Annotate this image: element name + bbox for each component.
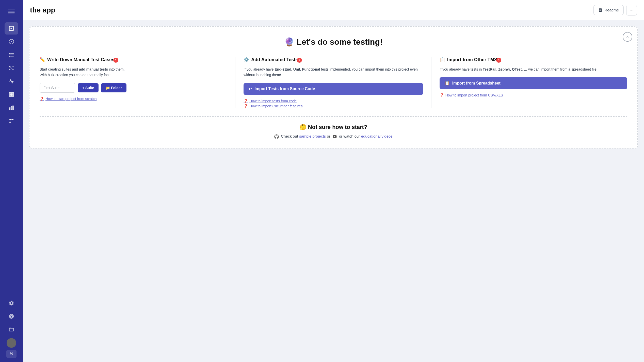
import-spreadsheet-icon: 📋 [445, 81, 450, 86]
col3-help-links: ❓ How to import project from CSV/XLS [440, 93, 627, 97]
svg-rect-11 [9, 108, 10, 110]
help-icon-1: ❓ [40, 97, 44, 101]
sidebar-item-tasks[interactable] [5, 22, 18, 35]
col1-badge: 1 [113, 58, 118, 63]
svg-line-8 [10, 66, 13, 70]
help-icon-2b: ❓ [244, 104, 248, 108]
hamburger-icon[interactable] [5, 4, 18, 19]
sample-projects-link[interactable]: sample projects [299, 134, 326, 138]
welcome-title-text: Let's do some testing! [297, 37, 382, 46]
col2-icon: ⚙️ [244, 57, 249, 62]
educational-videos-link[interactable]: educational videos [361, 134, 393, 138]
col2-help-links: ❓ How to import tests from code ❓ How to… [244, 99, 423, 108]
col1-icon: ✏️ [40, 57, 45, 62]
avatar[interactable] [7, 338, 16, 348]
help-icon-2a: ❓ [244, 99, 248, 103]
suite-name-input[interactable] [40, 83, 75, 93]
header-actions: Readme ··· [593, 5, 637, 15]
main-content: the app Readme ··· × 🔮 Let's do some tes… [23, 0, 644, 362]
help-link-tests-from-code[interactable]: ❓ How to import tests from code [244, 99, 423, 103]
youtube-icon [332, 134, 337, 139]
sidebar-item-analytics[interactable] [5, 75, 18, 87]
col3-icon: 📋 [440, 57, 445, 62]
col1-help-links: ❓ How to start project from scratch [40, 97, 227, 101]
col3-desc: If you already have tests in TestRail, Z… [440, 67, 627, 72]
sidebar-item-settings[interactable] [5, 297, 18, 309]
sidebar-item-run[interactable] [5, 36, 18, 48]
help-link-scratch[interactable]: ❓ How to start project from scratch [40, 97, 227, 101]
thinking-emoji: 🤔 [300, 124, 307, 130]
col2-title: ⚙️ Add Automated Tests 2 [244, 57, 423, 62]
add-folder-button[interactable]: 📁 Folder [101, 83, 126, 92]
readme-button[interactable]: Readme [593, 5, 624, 15]
sidebar-item-files[interactable] [5, 323, 18, 336]
sidebar-item-testcases[interactable] [5, 49, 18, 61]
more-options-button[interactable]: ··· [626, 5, 637, 15]
welcome-title: 🔮 Let's do some testing! [40, 37, 627, 47]
help-link-csv-xls[interactable]: ❓ How to import project from CSV/XLS [440, 93, 627, 97]
help-link-cucumber[interactable]: ❓ How to import Cucumber features [244, 104, 423, 108]
import-from-spreadsheet-button[interactable]: 📋 Import from Spreadsheet [440, 77, 627, 89]
close-button[interactable]: × [623, 32, 632, 42]
sidebar-item-import[interactable] [5, 88, 18, 101]
welcome-card: × 🔮 Let's do some testing! ✏️ Write Down… [29, 26, 638, 149]
welcome-emoji: 🔮 [284, 37, 294, 46]
sidebar: ⌘ [0, 0, 23, 362]
col1-desc: Start creating suites and add manual tes… [40, 67, 227, 78]
bottom-title: 🤔 Not sure how to start? [40, 124, 627, 130]
sidebar-item-help[interactable] [5, 310, 18, 322]
svg-rect-12 [11, 106, 12, 110]
svg-marker-4 [11, 41, 12, 42]
add-suite-button[interactable]: + Suite [78, 83, 99, 92]
sidebar-item-branch[interactable] [5, 115, 18, 127]
col-manual-tests: ✏️ Write Down Manual Test Cases 1 Start … [40, 57, 235, 108]
import-source-icon: ↩ [249, 87, 252, 91]
col1-input-row: + Suite 📁 Folder [40, 83, 227, 93]
keyboard-shortcut[interactable]: ⌘ [6, 350, 17, 358]
svg-rect-1 [8, 11, 15, 11]
col2-desc: If you already have End-2End, Unit, Func… [244, 67, 423, 78]
col-automated-tests: ⚙️ Add Automated Tests 2 If you already … [235, 57, 431, 108]
help-icon-3: ❓ [440, 93, 444, 97]
svg-rect-2 [8, 13, 15, 13]
page-title: the app [30, 6, 593, 14]
col2-badge: 2 [297, 58, 302, 63]
svg-rect-13 [13, 106, 14, 110]
content-area: × 🔮 Let's do some testing! ✏️ Write Down… [23, 20, 644, 362]
bottom-section: 🤔 Not sure how to start? Check out sampl… [40, 124, 627, 139]
section-divider [40, 116, 627, 117]
header: the app Readme ··· [23, 0, 644, 20]
svg-rect-0 [8, 9, 15, 9]
github-icon [274, 134, 279, 139]
import-from-source-button[interactable]: ↩ Import Tests from Source Code [244, 83, 423, 95]
readme-icon [598, 8, 602, 12]
col-import-tms: 📋 Import from Other TMS 3 If you already… [431, 57, 627, 108]
sidebar-item-steps[interactable] [5, 62, 18, 74]
col3-title: 📋 Import from Other TMS 3 [440, 57, 627, 62]
sidebar-item-charts[interactable] [5, 102, 18, 114]
col1-title: ✏️ Write Down Manual Test Cases 1 [40, 57, 227, 62]
col3-badge: 3 [496, 58, 501, 63]
bottom-desc: Check out sample projects or or watch ou… [40, 134, 627, 139]
three-columns: ✏️ Write Down Manual Test Cases 1 Start … [40, 57, 627, 108]
sidebar-bottom: ⌘ [5, 297, 18, 358]
